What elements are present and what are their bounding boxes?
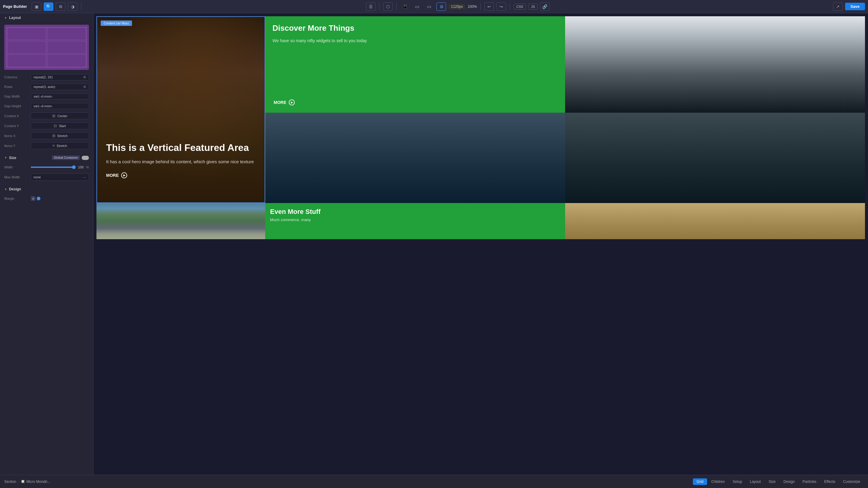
margin-toggle-dot[interactable] bbox=[37, 197, 40, 200]
green-title: Discover More Things bbox=[273, 24, 558, 33]
width-slider-track[interactable] bbox=[31, 167, 74, 168]
3d-icon-btn[interactable]: ⬡ bbox=[383, 2, 393, 11]
layout-section-header[interactable]: ▼ Layout bbox=[0, 13, 93, 22]
design-chevron: ▼ bbox=[4, 188, 7, 191]
width-val-box: 100 % bbox=[76, 165, 89, 169]
breadcrumb-page[interactable]: 🔲 Micro Mondri... bbox=[21, 480, 50, 484]
items-y-value: Stretch bbox=[57, 144, 67, 148]
divider-1 bbox=[81, 3, 82, 10]
green-more-btn[interactable]: MORE ▶ bbox=[274, 99, 295, 105]
gap-height-label: Gap Height bbox=[4, 104, 28, 108]
rows-label: Rows bbox=[4, 85, 28, 89]
undo-btn[interactable]: ↩ bbox=[484, 2, 494, 11]
device-tablet-sm-btn[interactable]: ▭ bbox=[412, 2, 422, 11]
green-desc: We have so many nifty widgets to sell to… bbox=[273, 38, 558, 44]
main-area: ▼ Layout Columns repeat(2, 1fr) ⚙ Ro bbox=[0, 13, 868, 475]
breadcrumb-page-label: Micro Mondri... bbox=[26, 480, 50, 484]
px-display: 1120px bbox=[448, 4, 465, 9]
link-btn[interactable]: 🔗 bbox=[540, 2, 550, 11]
grid-cell-5 bbox=[7, 55, 46, 67]
items-x-btn[interactable]: ⊞ Stretch bbox=[31, 132, 89, 139]
device-desktop-btn[interactable]: 🖥 bbox=[436, 2, 446, 11]
items-x-row: Items X ⊞ Stretch bbox=[0, 131, 93, 141]
max-width-none-box[interactable]: none ··· bbox=[31, 173, 89, 181]
gap-height-value-box[interactable]: var(--d-msm- bbox=[31, 103, 89, 109]
global-container-toggle[interactable] bbox=[82, 156, 89, 160]
global-container-tag: Global Container bbox=[52, 156, 80, 160]
width-label: Width bbox=[4, 165, 28, 169]
hero-cell[interactable]: Content (w/ Max) This is a Vertical Feat… bbox=[96, 16, 265, 203]
breadcrumb-arrow: › bbox=[18, 480, 19, 483]
layout-section-label: Layout bbox=[9, 16, 21, 20]
tab-layout[interactable]: Layout bbox=[746, 478, 764, 485]
green-more-text: MORE bbox=[274, 100, 286, 105]
breadcrumb-section[interactable]: Section bbox=[4, 480, 16, 484]
hero-desc: It has a cool hero image behind its cont… bbox=[106, 158, 255, 165]
commerce-desc: Much commerce, many bbox=[270, 218, 560, 222]
tab-effects[interactable]: Effects bbox=[821, 478, 839, 485]
width-slider-thumb[interactable] bbox=[72, 165, 76, 169]
mountain-bw-bg bbox=[565, 16, 865, 113]
margin-icon[interactable]: ▦ bbox=[31, 196, 36, 201]
yosemite-bg bbox=[96, 203, 265, 239]
theme-btn[interactable]: ◑ bbox=[68, 2, 78, 11]
settings-btn[interactable]: ⚙ bbox=[56, 2, 65, 11]
canvas-area: Content (w/ Max) This is a Vertical Feat… bbox=[93, 13, 868, 475]
columns-gear[interactable]: ⚙ bbox=[83, 75, 86, 79]
mountain-top-cell bbox=[565, 16, 865, 113]
tab-design[interactable]: Design bbox=[780, 478, 798, 485]
tab-setup[interactable]: Setup bbox=[729, 478, 746, 485]
size-section-header[interactable]: ▼ Size Global Container bbox=[0, 153, 93, 162]
width-unit: % bbox=[86, 165, 89, 169]
gap-height-value: var(--d-msm- bbox=[33, 104, 53, 108]
green-top-cell[interactable]: Discover More Things We have so many nif… bbox=[265, 16, 565, 113]
css-btn[interactable]: CSS bbox=[514, 4, 526, 10]
device-mobile-btn[interactable]: 📱 bbox=[400, 2, 410, 11]
content-y-label: Content Y bbox=[4, 124, 28, 128]
columns-label: Columns bbox=[4, 75, 28, 79]
external-btn[interactable]: ↗ bbox=[833, 2, 843, 11]
tab-size[interactable]: Size bbox=[765, 478, 779, 485]
divider-3 bbox=[396, 3, 397, 10]
columns-row: Columns repeat(2, 1fr) ⚙ bbox=[0, 72, 93, 82]
search-btn[interactable]: 🔍 bbox=[44, 2, 53, 11]
toolbar-center: ☰ ⬡ 📱 ▭ ▭ 🖥 1120px 100% ↩ ↪ CSS JS 🔗 bbox=[85, 2, 830, 11]
divider-4 bbox=[480, 3, 481, 10]
save-btn[interactable]: Save bbox=[845, 3, 865, 10]
dark-teal-bg bbox=[265, 113, 565, 203]
content-x-btn[interactable]: ⊞ Center bbox=[31, 112, 89, 119]
tab-children[interactable]: Children bbox=[708, 478, 728, 485]
layout-chevron: ▼ bbox=[4, 16, 7, 20]
rows-gear[interactable]: ⚙ bbox=[83, 85, 86, 89]
items-x-icon: ⊞ bbox=[52, 133, 56, 138]
hamburger-btn[interactable]: ☰ bbox=[366, 2, 375, 11]
size-chevron: ▼ bbox=[4, 156, 7, 159]
rows-value-box[interactable]: repeat(3, auto) ⚙ bbox=[31, 84, 89, 90]
canvas-grid: Content (w/ Max) This is a Vertical Feat… bbox=[96, 16, 865, 239]
device-tablet-btn[interactable]: ▭ bbox=[424, 2, 434, 11]
content-x-row: Content X ⊞ Center bbox=[0, 111, 93, 121]
layout-grid-preview bbox=[4, 25, 89, 70]
columns-value-box[interactable]: repeat(2, 1fr) ⚙ bbox=[31, 74, 89, 80]
js-btn[interactable]: JS bbox=[528, 4, 538, 10]
sidebar-toggle-btn[interactable]: ▣ bbox=[32, 2, 41, 11]
items-y-btn[interactable]: ≡ Stretch bbox=[31, 142, 89, 149]
redo-btn[interactable]: ↪ bbox=[496, 2, 506, 11]
tab-customize[interactable]: Customize bbox=[839, 478, 864, 485]
content-y-btn[interactable]: ⊟ Start bbox=[31, 122, 89, 129]
gap-width-label: Gap Width bbox=[4, 95, 28, 98]
grid-cell-3 bbox=[7, 41, 46, 54]
design-section-header[interactable]: ▼ Design bbox=[0, 185, 93, 194]
tab-grid[interactable]: Grid bbox=[693, 478, 707, 485]
bottom-bar: Section › 🔲 Micro Mondri... GridChildren… bbox=[0, 475, 868, 488]
hero-more-btn[interactable]: MORE ▶ bbox=[106, 172, 255, 178]
gap-width-value-box[interactable]: var(--d-msm- bbox=[31, 93, 89, 99]
mountain-mid-bg bbox=[565, 113, 865, 203]
columns-value: repeat(2, 1fr) bbox=[33, 75, 53, 79]
margin-label: Margin bbox=[4, 197, 28, 200]
max-width-dots[interactable]: ··· bbox=[83, 175, 86, 180]
tab-particles[interactable]: Particles bbox=[799, 478, 820, 485]
max-width-row: Max Width none ··· bbox=[0, 172, 93, 182]
commerce-cell[interactable]: Even More Stuff Much commerce, many bbox=[265, 203, 565, 239]
gap-width-row: Gap Width var(--d-msm- bbox=[0, 92, 93, 101]
